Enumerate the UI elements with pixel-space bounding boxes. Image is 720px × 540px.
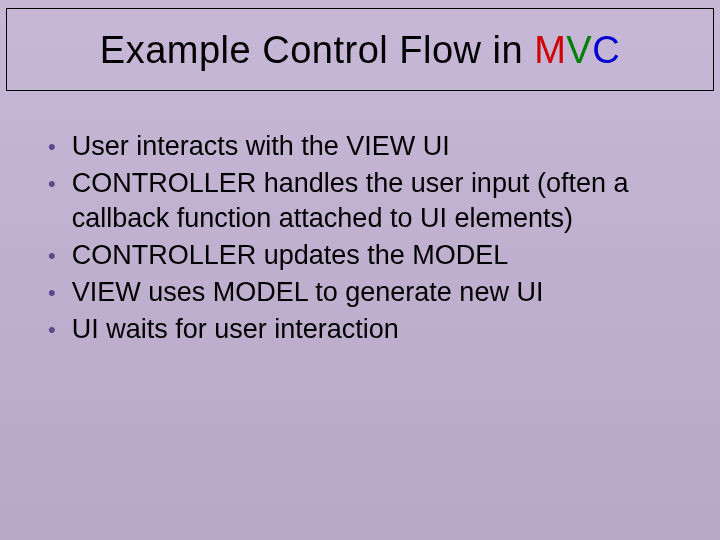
bullet-icon: • [48,170,56,199]
slide-title: Example Control Flow in MVC [17,29,703,72]
title-m: M [534,29,566,71]
title-v: V [566,29,592,71]
title-container: Example Control Flow in MVC [6,8,714,91]
bullet-text: CONTROLLER handles the user input (often… [72,166,680,236]
bullet-icon: • [48,133,56,162]
list-item: • CONTROLLER handles the user input (oft… [40,166,680,236]
bullet-text: VIEW uses MODEL to generate new UI [72,275,680,310]
list-item: • UI waits for user interaction [40,312,680,347]
content-area: • User interacts with the VIEW UI • CONT… [0,91,720,350]
bullet-text: CONTROLLER updates the MODEL [72,238,680,273]
title-c: C [592,29,620,71]
bullet-list: • User interacts with the VIEW UI • CONT… [40,129,680,348]
list-item: • CONTROLLER updates the MODEL [40,238,680,273]
bullet-icon: • [48,316,56,345]
bullet-text: UI waits for user interaction [72,312,680,347]
list-item: • VIEW uses MODEL to generate new UI [40,275,680,310]
slide: Example Control Flow in MVC • User inter… [0,0,720,540]
list-item: • User interacts with the VIEW UI [40,129,680,164]
bullet-icon: • [48,279,56,308]
bullet-text: User interacts with the VIEW UI [72,129,680,164]
bullet-icon: • [48,242,56,271]
title-prefix: Example Control Flow in [100,29,534,71]
